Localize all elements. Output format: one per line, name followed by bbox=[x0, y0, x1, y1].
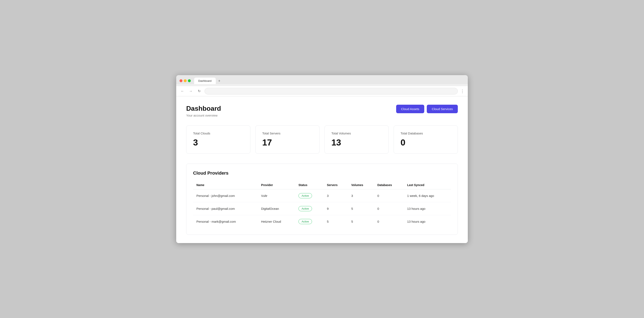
status-cell: Active bbox=[295, 215, 324, 228]
table-row: Personal - mark@gmail.comHetzner CloudAc… bbox=[193, 215, 451, 228]
maximize-button[interactable] bbox=[188, 79, 191, 82]
provider-name: Personal - paul@gmail.com bbox=[193, 202, 258, 215]
table-column-header: Databases bbox=[374, 181, 404, 189]
providers-section: Cloud Providers NameProviderStatusServer… bbox=[186, 164, 458, 235]
stat-label: Total Volumes bbox=[331, 132, 382, 135]
volumes-count: 5 bbox=[348, 202, 374, 215]
provider-type: DigitalOcean bbox=[258, 202, 295, 215]
volumes-count: 5 bbox=[348, 215, 374, 228]
table-row: Personal - paul@gmail.comDigitalOceanAct… bbox=[193, 202, 451, 215]
browser-tab[interactable]: Dashboard bbox=[194, 78, 216, 84]
page-header: Dashboard Your account overview Cloud As… bbox=[186, 105, 458, 117]
browser-window: Dashboard + ← → ↻ ⋮ Dashboard Your accou… bbox=[176, 75, 468, 243]
table-column-header: Volumes bbox=[348, 181, 374, 189]
page-title: Dashboard bbox=[186, 105, 221, 112]
status-badge: Active bbox=[298, 193, 312, 198]
databases-count: 0 bbox=[374, 215, 404, 228]
table-body: Personal - john@gmail.comVultrActive3301… bbox=[193, 189, 451, 228]
back-button[interactable]: ← bbox=[180, 88, 185, 94]
page-subtitle: Your account overview bbox=[186, 114, 221, 117]
databases-count: 0 bbox=[374, 189, 404, 202]
table-column-header: Name bbox=[193, 181, 258, 189]
provider-type: Hetzner Cloud bbox=[258, 215, 295, 228]
status-cell: Active bbox=[295, 202, 324, 215]
table-column-header: Servers bbox=[324, 181, 348, 189]
table-column-header: Last Synced bbox=[404, 181, 451, 189]
table-row: Personal - john@gmail.comVultrActive3301… bbox=[193, 189, 451, 202]
header-actions: Cloud Assets Cloud Services bbox=[396, 105, 458, 113]
servers-count: 5 bbox=[324, 215, 348, 228]
stat-card: Total Volumes 13 bbox=[324, 125, 389, 154]
provider-name: Personal - john@gmail.com bbox=[193, 189, 258, 202]
servers-count: 9 bbox=[324, 202, 348, 215]
stat-label: Total Databases bbox=[400, 132, 451, 135]
provider-name: Personal - mark@gmail.com bbox=[193, 215, 258, 228]
stat-card: Total Clouds 3 bbox=[186, 125, 250, 154]
stat-value: 17 bbox=[262, 138, 313, 148]
tab-bar: Dashboard + bbox=[194, 78, 222, 84]
databases-count: 0 bbox=[374, 202, 404, 215]
page-content: Dashboard Your account overview Cloud As… bbox=[176, 96, 468, 243]
status-badge: Active bbox=[298, 206, 312, 211]
stat-value: 13 bbox=[331, 138, 382, 148]
table-column-header: Provider bbox=[258, 181, 295, 189]
browser-toolbar: ← → ↻ ⋮ bbox=[176, 86, 468, 96]
forward-button[interactable]: → bbox=[188, 88, 194, 94]
stat-value: 0 bbox=[400, 138, 451, 148]
address-bar[interactable] bbox=[204, 88, 458, 94]
minimize-button[interactable] bbox=[184, 79, 186, 82]
cloud-services-button[interactable]: Cloud Services bbox=[427, 105, 458, 113]
page-title-block: Dashboard Your account overview bbox=[186, 105, 221, 117]
stats-grid: Total Clouds 3 Total Servers 17 Total Vo… bbox=[186, 125, 458, 154]
last-synced: 13 hours ago bbox=[404, 215, 451, 228]
last-synced: 1 week, 6 days ago bbox=[404, 189, 451, 202]
table-column-header: Status bbox=[295, 181, 324, 189]
last-synced: 13 hours ago bbox=[404, 202, 451, 215]
volumes-count: 3 bbox=[348, 189, 374, 202]
browser-menu[interactable]: ⋮ bbox=[460, 89, 464, 94]
provider-type: Vultr bbox=[258, 189, 295, 202]
stat-value: 3 bbox=[193, 138, 244, 148]
browser-chrome: Dashboard + bbox=[176, 75, 468, 84]
cloud-assets-button[interactable]: Cloud Assets bbox=[396, 105, 424, 113]
section-title: Cloud Providers bbox=[193, 170, 451, 176]
status-cell: Active bbox=[295, 189, 324, 202]
stat-card: Total Servers 17 bbox=[255, 125, 320, 154]
add-tab-button[interactable]: + bbox=[216, 78, 222, 84]
status-badge: Active bbox=[298, 219, 312, 224]
refresh-button[interactable]: ↻ bbox=[196, 88, 202, 94]
providers-table: NameProviderStatusServersVolumesDatabase… bbox=[193, 181, 451, 228]
servers-count: 3 bbox=[324, 189, 348, 202]
stat-card: Total Databases 0 bbox=[394, 125, 458, 154]
stat-label: Total Clouds bbox=[193, 132, 244, 135]
close-button[interactable] bbox=[180, 79, 182, 82]
stat-label: Total Servers bbox=[262, 132, 313, 135]
table-header: NameProviderStatusServersVolumesDatabase… bbox=[193, 181, 451, 189]
tab-title: Dashboard bbox=[198, 79, 212, 82]
